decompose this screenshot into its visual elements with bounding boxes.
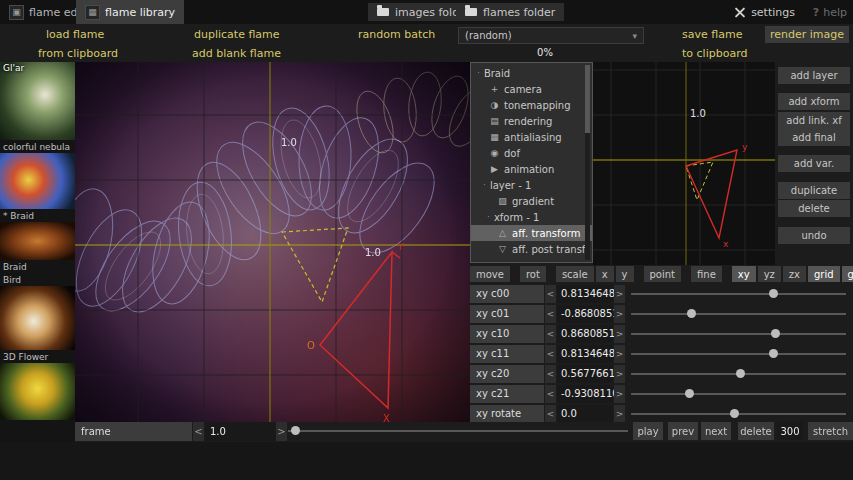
param-value[interactable]: -0.9308110 xyxy=(557,385,613,403)
next-button[interactable]: next xyxy=(701,422,731,440)
tree-item-animation[interactable]: ▶ animation xyxy=(471,161,592,177)
duplicate-flame-button[interactable]: duplicate flame xyxy=(194,28,280,41)
slider-handle[interactable] xyxy=(771,329,780,338)
flame-render[interactable]: 1.0 1.0 Y O X xyxy=(75,62,470,422)
decrement-button[interactable]: < xyxy=(545,285,556,303)
delete-button[interactable]: delete xyxy=(778,200,850,217)
settings-button[interactable]: settings xyxy=(734,0,795,24)
mini-axis-x-label[interactable]: x xyxy=(723,239,729,249)
origin-label[interactable]: O xyxy=(307,340,315,351)
add-xform-button[interactable]: add xform xyxy=(778,93,850,110)
add-blank-flame-button[interactable]: add blank flame xyxy=(192,47,281,60)
slider-handle[interactable] xyxy=(687,309,696,318)
increment-button[interactable]: > xyxy=(614,345,625,363)
duplicate-button[interactable]: duplicate xyxy=(778,182,850,199)
tree-item-aff-post-transform[interactable]: ▽ aff. post transf. xyxy=(471,241,592,257)
stretch-button[interactable]: stretch xyxy=(808,422,853,440)
random-style-select[interactable]: (random) ▾ xyxy=(458,27,644,44)
tab-yz[interactable]: yz xyxy=(758,266,781,282)
flame-thumbnail[interactable] xyxy=(0,153,75,209)
tab-move[interactable]: move xyxy=(470,266,510,282)
tab-y[interactable]: y xyxy=(616,266,634,282)
frame-slider[interactable] xyxy=(288,422,628,441)
param-slider[interactable] xyxy=(631,365,846,383)
tab-scale[interactable]: scale xyxy=(556,266,594,282)
increment-button[interactable]: > xyxy=(614,385,625,403)
increment-button[interactable]: > xyxy=(614,405,625,423)
slider-handle[interactable] xyxy=(769,349,778,358)
to-clipboard-button[interactable]: to clipboard xyxy=(682,47,747,60)
slider-handle[interactable] xyxy=(685,389,694,398)
toggle-guides[interactable]: guides xyxy=(842,266,853,282)
from-clipboard-button[interactable]: from clipboard xyxy=(38,47,118,60)
tree-item-tonemapping[interactable]: ◑ tonemapping xyxy=(471,97,592,113)
flame-thumbnail[interactable] xyxy=(0,363,75,420)
add-layer-button[interactable]: add layer xyxy=(778,67,850,84)
tree-item-xform-1[interactable]: · xform - 1 xyxy=(471,209,592,225)
transform-editor[interactable]: 1.0 y x xyxy=(593,62,775,265)
slider-handle[interactable] xyxy=(730,409,739,418)
frame-decrement-button[interactable]: < xyxy=(193,422,204,441)
param-slider[interactable] xyxy=(631,305,846,323)
param-value[interactable]: 0.8680851 xyxy=(557,325,613,343)
flame-thumbnail[interactable] xyxy=(0,222,75,260)
tab-rot[interactable]: rot xyxy=(520,266,546,282)
tab-point[interactable]: point xyxy=(644,266,682,282)
decrement-button[interactable]: < xyxy=(545,385,556,403)
frame-increment-button[interactable]: > xyxy=(276,422,287,441)
tree-item-antialiasing[interactable]: ▦ antialiasing xyxy=(471,129,592,145)
param-value[interactable]: 0.5677661 xyxy=(557,365,613,383)
frame-count-field[interactable]: 300 xyxy=(777,422,803,440)
random-batch-button[interactable]: random batch xyxy=(358,28,435,41)
mini-xform-triangle[interactable] xyxy=(686,150,737,238)
render-image-button[interactable]: render image xyxy=(765,26,849,43)
list-item[interactable]: Gl'ar xyxy=(0,62,75,140)
param-value[interactable]: 0.8134648 xyxy=(557,345,613,363)
tab-zx[interactable]: zx xyxy=(783,266,806,282)
flame-thumbnail[interactable] xyxy=(0,62,75,140)
add-linked-xform-button[interactable]: add link. xf xyxy=(778,112,850,129)
tab-xy[interactable]: xy xyxy=(732,266,756,282)
axis-x-label[interactable]: X xyxy=(383,413,390,422)
tree-root-braid[interactable]: · Braid xyxy=(471,65,592,81)
decrement-button[interactable]: < xyxy=(545,345,556,363)
tree-item-layer-1[interactable]: · layer - 1 xyxy=(471,177,592,193)
decrement-button[interactable]: < xyxy=(545,405,556,423)
param-value[interactable]: 0.8134648 xyxy=(557,285,613,303)
param-value[interactable]: 0.0 xyxy=(557,405,613,423)
param-slider[interactable] xyxy=(631,345,846,363)
frame-value[interactable]: 1.0 xyxy=(205,422,275,441)
list-item[interactable]: colorful nebula xyxy=(0,140,75,209)
increment-button[interactable]: > xyxy=(614,365,625,383)
increment-button[interactable]: > xyxy=(614,325,625,343)
play-button[interactable]: play xyxy=(633,422,663,440)
decrement-button[interactable]: < xyxy=(545,305,556,323)
prev-button[interactable]: prev xyxy=(668,422,698,440)
flame-thumbnail[interactable] xyxy=(0,286,75,350)
tree-item-camera[interactable]: + camera xyxy=(471,81,592,97)
slider-handle[interactable] xyxy=(736,369,745,378)
load-flame-button[interactable]: load flame xyxy=(46,28,104,41)
param-slider[interactable] xyxy=(631,325,846,343)
list-item[interactable]: 3D Flower xyxy=(0,350,75,420)
tab-flame-library[interactable]: ▦ flame library xyxy=(76,0,184,24)
toggle-grid[interactable]: grid xyxy=(808,266,840,282)
delete-frame-button[interactable]: delete xyxy=(738,422,774,440)
increment-button[interactable]: > xyxy=(614,305,625,323)
increment-button[interactable]: > xyxy=(614,285,625,303)
transform-editor-canvas[interactable]: 1.0 y x xyxy=(593,62,775,265)
help-button[interactable]: ? help xyxy=(813,0,847,24)
list-item[interactable]: Bird xyxy=(0,273,75,350)
flame-render-canvas[interactable]: 1.0 1.0 Y O X xyxy=(75,62,470,422)
tree-item-aff-transform[interactable]: △ aff. transform xyxy=(471,225,592,241)
tree-scrollbar-thumb[interactable] xyxy=(585,65,590,133)
slider-handle[interactable] xyxy=(769,289,778,298)
add-variation-button[interactable]: add var. xyxy=(778,155,850,172)
list-item[interactable]: Braid xyxy=(0,260,75,273)
decrement-button[interactable]: < xyxy=(545,325,556,343)
undo-button[interactable]: undo xyxy=(778,227,850,244)
flames-folder-button[interactable]: flames folder xyxy=(456,3,564,21)
add-final-button[interactable]: add final xyxy=(778,129,850,146)
slider-handle[interactable] xyxy=(291,426,300,435)
save-flame-button[interactable]: save flame xyxy=(682,28,742,41)
